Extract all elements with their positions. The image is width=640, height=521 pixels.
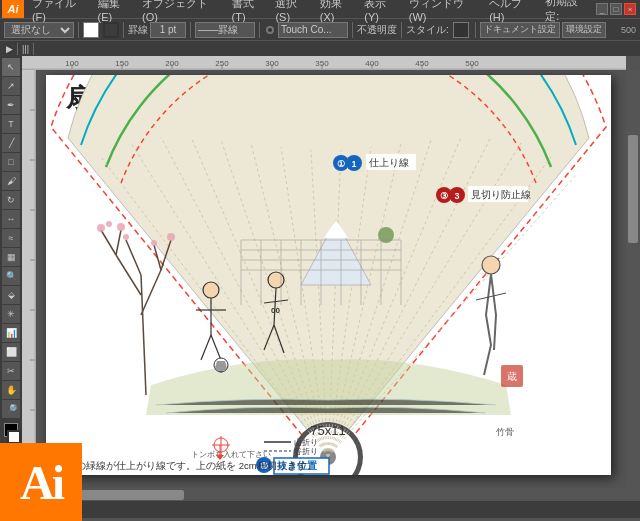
svg-line-52 [101, 230, 116, 255]
preference-button[interactable]: 環境設定 [562, 22, 606, 38]
statusbar: 手のひら [0, 500, 640, 518]
svg-text:500: 500 [465, 59, 479, 68]
toolbar-secondary: ▶ ||| [0, 40, 640, 56]
opacity-label: 不透明度 [357, 23, 397, 37]
svg-text:150: 150 [115, 59, 129, 68]
stroke-label: 罫線 [128, 23, 148, 37]
tool-scale[interactable]: ↔ [2, 210, 20, 228]
scrollbar-v-thumb[interactable] [628, 135, 638, 243]
fill-swatch[interactable] [83, 22, 99, 38]
menu-effect[interactable]: 効果(X) [316, 0, 360, 23]
style-swatch[interactable] [453, 22, 469, 38]
ai-logo: Ai [0, 443, 82, 521]
maximize-button[interactable]: □ [610, 3, 622, 15]
svg-text:谷折り: 谷折り [294, 447, 318, 456]
svg-text:③: ③ [440, 191, 448, 201]
tool-warp[interactable]: ≈ [2, 229, 20, 247]
t2-sep2 [33, 43, 34, 55]
svg-text:450: 450 [415, 59, 429, 68]
ai-logo-text: Ai [20, 455, 62, 510]
color-stroke[interactable] [7, 430, 21, 444]
toolbar-sep-4 [259, 22, 260, 38]
svg-text:00: 00 [271, 306, 280, 315]
ruler-vertical: 50 [22, 70, 36, 502]
menubar: Ai ファイル(F) 編集(E) オブジェクト(O) 書式(T) 選択(S) 効… [0, 0, 640, 18]
minimize-button[interactable]: _ [596, 3, 608, 15]
svg-line-53 [116, 230, 121, 255]
color-dot [266, 26, 274, 34]
svg-text:竹骨: 竹骨 [496, 427, 514, 437]
toolbar-sep-5 [352, 22, 353, 38]
svg-text:250: 250 [215, 59, 229, 68]
svg-text:75x11: 75x11 [310, 423, 345, 438]
svg-text:トンボを入れて下さい: トンボを入れて下さい [191, 450, 271, 459]
tool-rotate[interactable]: ↻ [2, 191, 20, 209]
tool-artboard[interactable]: ⬜ [2, 343, 20, 361]
svg-point-62 [378, 227, 394, 243]
description-text: 上の緑線が仕上がり線です。上の紙を 2cm程切ります。 [66, 460, 317, 473]
tool-slice[interactable]: ✂ [2, 362, 20, 380]
svg-text:200: 200 [165, 59, 179, 68]
tool-rect[interactable]: □ [2, 153, 20, 171]
menu-preference[interactable]: 初期設定: [541, 0, 596, 24]
style-label: スタイル: [406, 23, 449, 37]
stroke-swatch[interactable] [103, 22, 119, 38]
selection-dropdown[interactable]: 選択なし [4, 22, 74, 38]
touch-color-dropdown[interactable]: Touch Co... [278, 22, 348, 38]
svg-text:100: 100 [65, 59, 79, 68]
menu-select[interactable]: 選択(S) [271, 0, 315, 23]
toolbar-sep-1 [78, 22, 79, 38]
svg-line-49 [116, 255, 141, 295]
toolbar-sep-3 [190, 22, 191, 38]
tool-symbol[interactable]: ✳ [2, 305, 20, 323]
svg-text:3: 3 [454, 191, 459, 201]
tool-eyedrop[interactable]: 🔍 [2, 267, 20, 285]
stroke-weight-input[interactable] [150, 22, 186, 38]
tool-blend[interactable]: ⬙ [2, 286, 20, 304]
toolbar2-item2: ||| [20, 44, 31, 54]
stroke-style-dropdown[interactable]: ——罫線 [195, 22, 255, 38]
menu-help[interactable]: ヘルプ(H) [485, 0, 541, 23]
tool-zoom[interactable]: 🔎 [2, 400, 20, 418]
svg-line-50 [141, 270, 161, 315]
menu-object[interactable]: オブジェクト(O) [138, 0, 227, 23]
svg-point-69 [268, 272, 284, 288]
svg-line-66 [201, 335, 211, 360]
svg-text:1: 1 [351, 159, 356, 169]
svg-point-59 [123, 234, 129, 240]
svg-text:300: 300 [265, 59, 279, 68]
tool-graph[interactable]: 📊 [2, 324, 20, 342]
tool-line[interactable]: ╱ [2, 134, 20, 152]
menu-edit[interactable]: 編集(E) [94, 0, 138, 23]
tool-select[interactable]: ↖ [2, 58, 20, 76]
menu-view[interactable]: 表示(Y) [360, 0, 404, 23]
svg-text:蔵: 蔵 [507, 371, 517, 382]
scrollbar-h-thumb[interactable] [66, 490, 184, 500]
scrollbar-vertical[interactable] [626, 70, 640, 502]
svg-text:仕上り線: 仕上り線 [369, 157, 409, 168]
view-percent: 500 [621, 25, 636, 35]
tool-brush[interactable]: 🖌 [2, 172, 20, 190]
svg-line-51 [126, 240, 141, 275]
svg-line-48 [141, 275, 146, 395]
toolbar-main: 選択なし 罫線 ——罫線 Touch Co... 不透明度 スタイル: ドキュメ… [0, 18, 640, 40]
svg-point-58 [117, 223, 125, 231]
toolbar-sep-7 [475, 22, 476, 38]
tool-direct-select[interactable]: ↗ [2, 77, 20, 95]
menu-window[interactable]: ウィンドウ(W) [405, 0, 485, 23]
tool-pen[interactable]: ✒ [2, 96, 20, 114]
menu-file[interactable]: ファイル(F) [28, 0, 94, 23]
menu-type[interactable]: 書式(T) [228, 0, 272, 23]
tool-type[interactable]: T [2, 115, 20, 133]
close-button[interactable]: × [624, 3, 636, 15]
svg-text:山折り: 山折り [294, 438, 318, 447]
svg-point-61 [151, 240, 157, 246]
tool-hand[interactable]: ✋ [2, 381, 20, 399]
doc-settings-button[interactable]: ドキュメント設定 [480, 22, 560, 38]
t2-sep1 [17, 43, 18, 55]
ruler-horizontal: 100 150 200 250 300 350 400 450 500 [22, 56, 626, 70]
tool-gradient[interactable]: ▦ [2, 248, 20, 266]
svg-text:見切り防止線: 見切り防止線 [471, 189, 531, 200]
svg-point-57 [106, 221, 112, 227]
toolbox: ↖ ↗ ✒ T ╱ □ 🖌 ↻ ↔ ≈ ▦ 🔍 ⬙ ✳ 📊 ⬜ ✂ ✋ 🔎 [0, 56, 22, 476]
